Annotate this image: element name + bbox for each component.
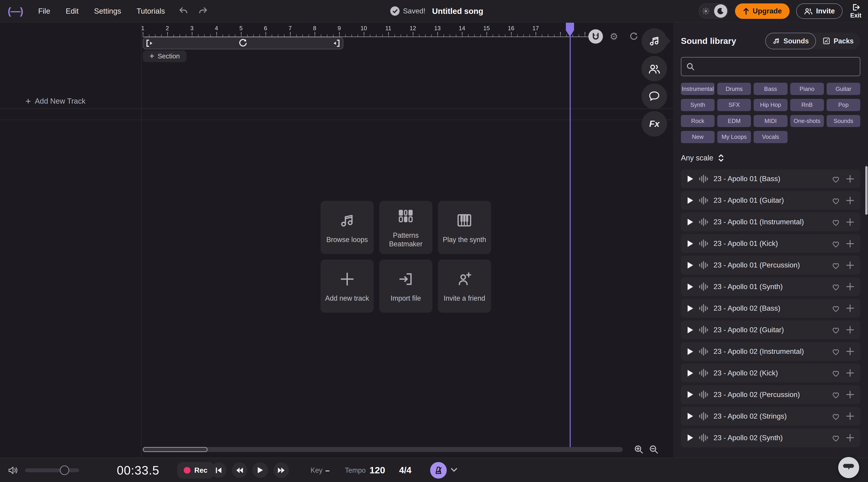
browse-loops-card[interactable]: Browse loops — [320, 201, 374, 254]
loop-row[interactable]: 23 - Apollo 01 (Kick) — [681, 234, 860, 253]
play-loop-icon[interactable] — [687, 369, 694, 377]
favorite-heart-icon[interactable] — [831, 390, 840, 399]
filter-chip[interactable]: Vocals — [754, 131, 787, 143]
sound-library-fab[interactable] — [642, 28, 667, 54]
time-signature[interactable]: 4/4 — [399, 458, 411, 482]
favorite-heart-icon[interactable] — [831, 433, 840, 442]
filter-chip[interactable]: Bass — [754, 83, 787, 95]
upgrade-button[interactable]: Upgrade — [735, 3, 789, 19]
zoom-in-icon[interactable] — [633, 443, 645, 455]
favorite-heart-icon[interactable] — [831, 326, 840, 334]
filter-chip[interactable]: EDM — [717, 115, 751, 127]
loop-row[interactable]: 23 - Apollo 01 (Bass) — [681, 169, 860, 188]
loop-row[interactable]: 23 - Apollo 02 (Percussion) — [681, 385, 860, 404]
favorite-heart-icon[interactable] — [831, 218, 840, 226]
loop-row[interactable]: 23 - Apollo 01 (Guitar) — [681, 191, 860, 210]
favorite-heart-icon[interactable] — [831, 304, 840, 313]
record-button[interactable]: Rec — [177, 462, 214, 479]
fast-forward-button[interactable] — [274, 462, 289, 478]
filter-chip[interactable]: My Loops — [717, 131, 751, 143]
panel-scrollbar-thumb[interactable] — [865, 166, 868, 215]
favorite-heart-icon[interactable] — [831, 196, 840, 205]
play-loop-icon[interactable] — [687, 283, 694, 291]
play-loop-icon[interactable] — [687, 326, 694, 334]
metronome-button[interactable] — [430, 462, 447, 479]
effects-fab[interactable]: Fx — [642, 111, 667, 136]
filter-chip[interactable]: One-shots — [790, 115, 824, 127]
loop-toggle-icon[interactable] — [628, 30, 640, 43]
favorite-heart-icon[interactable] — [831, 239, 840, 248]
speaker-icon[interactable] — [8, 465, 18, 475]
filter-chip[interactable]: Guitar — [827, 83, 860, 95]
filter-chip[interactable]: Instrumental — [681, 83, 715, 95]
play-synth-card[interactable]: Play the synth — [438, 201, 491, 254]
chat-fab[interactable] — [642, 84, 667, 109]
skip-to-start-button[interactable] — [211, 462, 226, 478]
cycle-region-bar[interactable] — [143, 37, 343, 49]
play-loop-icon[interactable] — [687, 175, 694, 183]
support-chat-fab[interactable] — [838, 457, 859, 478]
tab-packs[interactable]: Packs — [816, 33, 860, 49]
menu-item[interactable]: Tutorials — [131, 3, 170, 19]
favorite-heart-icon[interactable] — [831, 369, 840, 377]
sound-search[interactable] — [681, 57, 860, 76]
menu-item[interactable]: Edit — [60, 3, 84, 19]
rewind-button[interactable] — [232, 462, 247, 478]
undo-icon[interactable] — [176, 4, 190, 18]
play-loop-icon[interactable] — [687, 391, 694, 398]
filter-chip[interactable]: SFX — [717, 99, 751, 111]
song-title[interactable]: Untitled song — [432, 7, 483, 16]
add-loop-icon[interactable] — [846, 433, 855, 442]
redo-icon[interactable] — [196, 4, 210, 18]
key-selector[interactable]: Key– — [311, 458, 330, 482]
loop-start-handle-icon[interactable] — [146, 39, 153, 47]
loop-row[interactable]: 23 - Apollo 01 (Percussion) — [681, 256, 860, 275]
add-loop-icon[interactable] — [846, 304, 855, 313]
add-loop-icon[interactable] — [846, 239, 855, 248]
filter-chip[interactable]: Hip Hop — [754, 99, 787, 111]
soundtrap-logo-icon[interactable]: (—) — [8, 5, 23, 17]
search-input[interactable] — [699, 62, 855, 71]
filter-chip[interactable]: Drums — [717, 83, 751, 95]
play-button[interactable] — [252, 462, 268, 478]
loop-row[interactable]: 23 - Apollo 02 (Strings) — [681, 407, 860, 426]
import-file-card[interactable]: Import file — [379, 259, 432, 313]
scrollbar-thumb[interactable] — [143, 447, 208, 452]
timeline-horizontal-scrollbar[interactable] — [143, 447, 623, 452]
menu-item[interactable]: File — [33, 3, 56, 19]
add-loop-icon[interactable] — [846, 390, 855, 399]
add-new-track-button[interactable]: + Add New Track — [22, 94, 89, 109]
add-loop-icon[interactable] — [846, 283, 855, 291]
loop-row[interactable]: 23 - Apollo 01 (Instrumental) — [681, 213, 860, 231]
add-loop-icon[interactable] — [846, 218, 855, 226]
filter-chip[interactable]: New — [681, 131, 715, 143]
favorite-heart-icon[interactable] — [831, 412, 840, 420]
menu-item[interactable]: Settings — [89, 3, 127, 19]
favorite-heart-icon[interactable] — [831, 283, 840, 291]
loop-row[interactable]: 23 - Apollo 01 (Synth) — [681, 277, 860, 296]
add-loop-icon[interactable] — [846, 175, 855, 183]
chevron-down-icon[interactable] — [450, 466, 458, 474]
scale-selector[interactable]: Any scale — [681, 154, 860, 162]
filter-chip[interactable]: Pop — [827, 99, 860, 111]
loop-row[interactable]: 23 - Apollo 02 (Bass) — [681, 299, 860, 318]
zoom-out-icon[interactable] — [648, 443, 660, 455]
snap-magnet-button[interactable] — [588, 29, 603, 44]
add-loop-icon[interactable] — [846, 369, 855, 377]
tab-sounds[interactable]: Sounds — [765, 33, 816, 49]
filter-chip[interactable]: RnB — [790, 99, 824, 111]
tempo-selector[interactable]: Tempo120 — [345, 458, 385, 482]
filter-chip[interactable]: Sounds — [827, 115, 860, 127]
add-new-track-card[interactable]: Add new track — [320, 259, 374, 313]
loop-row[interactable]: 23 - Apollo 02 (Guitar) — [681, 320, 860, 339]
play-loop-icon[interactable] — [687, 412, 694, 420]
add-section-button[interactable]: + Section — [143, 51, 186, 62]
loop-row[interactable]: 23 - Apollo 02 (Instrumental) — [681, 342, 860, 361]
invite-friend-card[interactable]: Invite a friend — [438, 259, 491, 313]
patterns-beatmaker-card[interactable]: Patterns Beatmaker — [379, 201, 432, 254]
add-loop-icon[interactable] — [846, 196, 855, 205]
add-loop-icon[interactable] — [846, 412, 855, 420]
play-loop-icon[interactable] — [687, 218, 694, 226]
play-loop-icon[interactable] — [687, 261, 694, 269]
invite-button[interactable]: Invite — [796, 3, 842, 19]
